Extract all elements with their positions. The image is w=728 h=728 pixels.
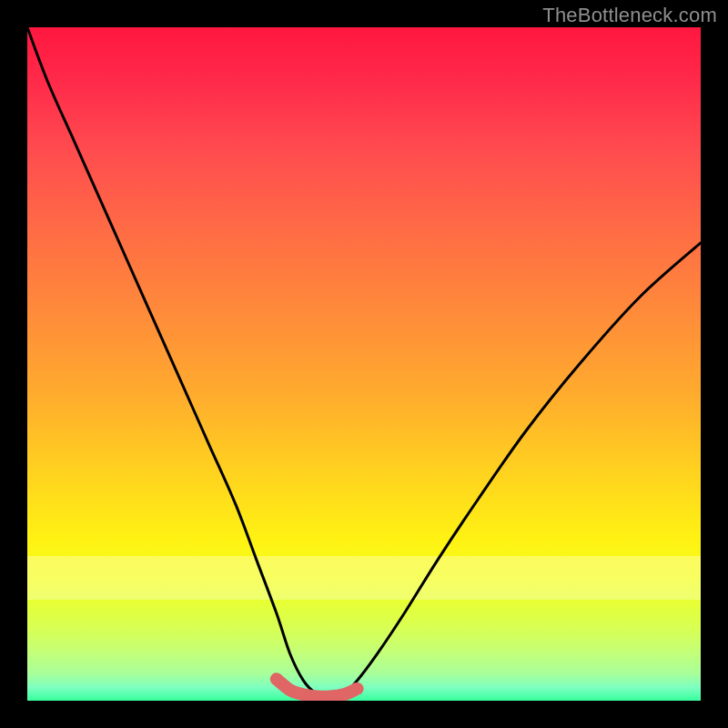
watermark-text: TheBottleneck.com [542,4,717,27]
chart-stage: TheBottleneck.com [0,0,728,728]
plot-area [27,27,701,701]
valley-highlight [277,679,358,697]
curve-layer [27,27,701,701]
bottleneck-curve [27,27,701,697]
